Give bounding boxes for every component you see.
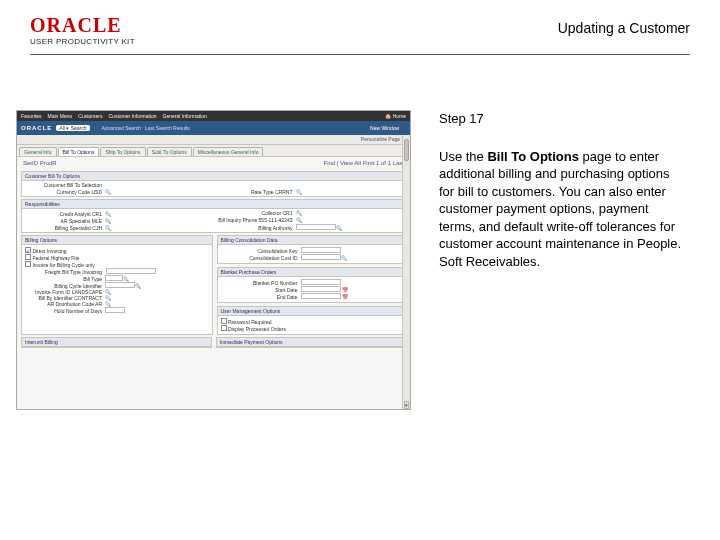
new-window-link[interactable]: New Window <box>370 125 399 131</box>
lookup-icon[interactable]: 🔍 <box>105 218 111 224</box>
input-field[interactable] <box>105 282 135 288</box>
section-bar[interactable]: Billing Consolidation Data <box>218 236 406 245</box>
search-go-icon[interactable]: ➤ <box>94 125 98 131</box>
scrollbar[interactable]: ▾ <box>402 135 410 409</box>
section-bar[interactable]: Blanket Purchase Orders <box>218 268 406 277</box>
field-label: Bill Inquiry Phone 555-111-42243 <box>216 217 296 223</box>
section-bar[interactable]: Interunit Billing <box>22 338 211 347</box>
app-topnav: Favorites Main Menu Customers Customer I… <box>17 111 410 121</box>
instruction-pane: Step 17 Use the Bill To Options page to … <box>411 110 700 410</box>
instruction-text: Use the Bill To Options page to enter ad… <box>439 148 686 271</box>
field-label: Currency Code USD <box>25 189 105 195</box>
lookup-icon[interactable]: 🔍 <box>105 189 111 195</box>
section-immediate: Immediate Payment Options <box>216 337 407 348</box>
section-billing-options: Billing Options ✓ Direct Invoicing Feder… <box>21 235 213 335</box>
app-brandbar: ORACLE All ▾ Search ➤ Advanced Search La… <box>17 121 410 135</box>
field-label: Customer Bill To Selection <box>25 182 105 188</box>
lookup-icon[interactable]: 🔍 <box>105 211 111 217</box>
nav-item[interactable]: Main Menu <box>48 113 73 119</box>
lookup-icon[interactable]: 🔍 <box>336 225 342 231</box>
search-pill[interactable]: All ▾ Search <box>56 125 89 131</box>
field-label: Billing Authority <box>216 225 296 231</box>
oracle-logo: ORACLE <box>30 14 135 37</box>
section-billing-cons: Billing Consolidation Data Consolidation… <box>217 235 407 264</box>
section-bar[interactable]: User Management Options <box>218 307 406 316</box>
field-label: End Date <box>221 294 301 300</box>
field-label: AR Specialist MLE <box>25 218 105 224</box>
breadcrumb: SetID ProdR <box>23 160 57 166</box>
input-field[interactable] <box>105 275 123 281</box>
tab-misc-general-info[interactable]: Miscellaneous General Info <box>193 147 264 156</box>
input-field[interactable] <box>301 254 341 260</box>
lookup-icon[interactable]: 🔍 <box>296 217 302 223</box>
tab-bill-to-options[interactable]: Bill To Options <box>58 147 100 156</box>
input-field[interactable] <box>301 247 341 253</box>
tab-general-info[interactable]: General Info <box>19 147 57 156</box>
select-field[interactable] <box>106 268 156 274</box>
nav-item[interactable]: Customers <box>78 113 102 119</box>
input-field[interactable] <box>105 307 125 313</box>
section-blanket-po: Blanket Purchase Orders Blanket PO Numbe… <box>217 267 407 303</box>
crumb-row: SetID ProdR Find | View All First 1 of 1… <box>17 157 410 169</box>
input-field[interactable] <box>301 286 341 292</box>
page-header: ORACLE USER PRODUCTIVITY KIT Updating a … <box>0 0 720 50</box>
tab-bar: General Info Bill To Options Ship To Opt… <box>17 145 410 157</box>
section-responsibilities: Responsibilities Credit Analyst CR1🔍 AR … <box>21 199 406 233</box>
checkbox[interactable] <box>221 318 227 324</box>
section-interunit: Interunit Billing <box>21 337 212 348</box>
lookup-icon[interactable]: 🔍 <box>296 189 302 195</box>
field-label: Rate Type CRRNT <box>216 189 296 195</box>
section-user-options: User Management Options Password Require… <box>217 306 407 335</box>
section-bar[interactable]: Billing Options <box>22 236 212 245</box>
logo-block: ORACLE USER PRODUCTIVITY KIT <box>30 14 135 46</box>
help-icon[interactable]: ? <box>403 125 406 131</box>
checkbox[interactable]: ✓ <box>25 247 31 253</box>
app-screenshot: Favorites Main Menu Customers Customer I… <box>16 110 411 410</box>
lookup-icon[interactable]: 🔍 <box>341 255 347 261</box>
nav-item[interactable]: Favorites <box>21 113 42 119</box>
field-label: Collector CR1 <box>216 210 296 216</box>
home-link[interactable]: 🏠 Home <box>385 113 406 119</box>
bold-term: Bill To Options <box>487 149 578 164</box>
section-customer-opts: Customer Bill To Options Customer Bill T… <box>21 171 406 197</box>
tab-sold-to-options[interactable]: Sold To Options <box>147 147 192 156</box>
checkbox[interactable] <box>25 254 31 260</box>
field-label: Display Processed Orders <box>228 326 286 332</box>
lookup-icon[interactable]: 🔍 <box>105 225 111 231</box>
nav-item[interactable]: Customer Information <box>108 113 156 119</box>
section-bar[interactable]: Responsibilities <box>22 200 405 209</box>
input-field[interactable] <box>301 293 341 299</box>
lookup-icon[interactable]: 🔍 <box>135 283 141 289</box>
field-label: Hold Number of Days <box>25 308 105 314</box>
checkbox[interactable] <box>221 325 227 331</box>
page-title: Updating a Customer <box>558 20 690 36</box>
section-bar[interactable]: Customer Bill To Options <box>22 172 405 181</box>
app-brand: ORACLE <box>21 125 52 131</box>
scroll-down-icon[interactable]: ▾ <box>404 401 409 409</box>
input-field[interactable] <box>296 224 336 230</box>
lookup-icon[interactable]: 🔍 <box>296 210 302 216</box>
field-label: Consolidation Cust ID <box>221 255 301 261</box>
section-bar[interactable]: Immediate Payment Options <box>217 338 406 347</box>
tab-ship-to-options[interactable]: Ship To Options <box>100 147 145 156</box>
product-name: USER PRODUCTIVITY KIT <box>30 37 135 46</box>
main-content: Favorites Main Menu Customers Customer I… <box>0 55 720 410</box>
find-nav[interactable]: Find | View All First 1 of 1 Last <box>324 160 404 166</box>
nav-item[interactable]: General Information <box>163 113 207 119</box>
app-toolbar: Personalize Page <box>17 135 410 145</box>
field-label: Billing Specialist CJH <box>25 225 105 231</box>
scroll-thumb[interactable] <box>404 139 409 161</box>
input-field[interactable] <box>301 279 341 285</box>
adv-search-link[interactable]: Advanced Search <box>102 125 141 131</box>
checkbox[interactable] <box>25 261 31 267</box>
field-label: Credit Analyst CR1 <box>25 211 105 217</box>
step-label: Step 17 <box>439 110 686 128</box>
last-results-link[interactable]: Last Search Results <box>145 125 190 131</box>
